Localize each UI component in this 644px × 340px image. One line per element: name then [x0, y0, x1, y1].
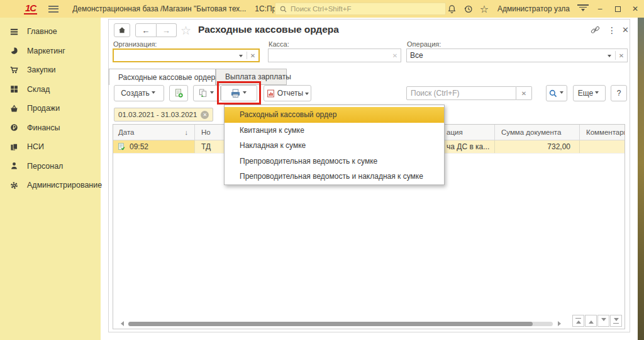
operation-dropdown-icon[interactable]	[604, 49, 615, 62]
sidebar-item-nsi[interactable]: НСИ	[0, 137, 101, 157]
favorite-star-icon[interactable]: ☆	[180, 23, 191, 38]
current-user[interactable]: Администратор узла	[497, 4, 570, 13]
favorites-star-icon[interactable]: ☆	[476, 2, 492, 16]
history-icon[interactable]	[460, 2, 476, 16]
notifications-bell-icon[interactable]	[443, 2, 460, 16]
column-header-label: Сумма документа	[501, 128, 561, 136]
print-button[interactable]	[221, 85, 257, 101]
go-to-top-button[interactable]	[572, 315, 584, 327]
sidebar-item-label: Персонал	[27, 162, 63, 171]
more-menu-kebab-icon[interactable]: ⋮	[608, 25, 616, 35]
cashdesk-input[interactable]	[269, 51, 389, 60]
menu-item-kvitanciya-k-sumke[interactable]: Квитанция к сумке	[225, 123, 444, 139]
posted-document-icon	[117, 142, 126, 151]
close-form-icon[interactable]: ✕	[622, 25, 629, 35]
reports-button[interactable]: Отчеты	[264, 85, 311, 101]
books-icon	[9, 142, 19, 152]
go-to-bottom-button[interactable]	[610, 315, 622, 327]
tab-strip: Расходные кассовые ордера Выплата зарпла…	[109, 69, 287, 85]
grid-icon	[9, 84, 19, 94]
ruble-icon	[9, 123, 19, 132]
scroll-right-icon[interactable]	[558, 321, 564, 326]
horizontal-scrollbar[interactable]	[113, 319, 625, 329]
sidebar-item-label: Склад	[27, 85, 50, 94]
page-up-button[interactable]	[585, 315, 597, 327]
column-header-amount[interactable]: Сумма документа	[495, 125, 580, 140]
list-search-clear-button[interactable]: ✕	[516, 86, 532, 100]
sidebar-item-sklad[interactable]: Склад	[0, 80, 101, 99]
report-chart-icon	[266, 89, 275, 98]
operation-input[interactable]	[407, 51, 604, 60]
help-label: ?	[617, 89, 621, 98]
1c-logo: 1С	[24, 3, 37, 14]
minimize-button[interactable]: –	[591, 2, 609, 16]
print-dropdown-menu: Расходный кассовый ордер Квитанция к сум…	[224, 105, 445, 185]
menu-item-preprovoditelnaya-i-nakladnaya[interactable]: Препроводительная ведомость и накладная …	[225, 169, 444, 184]
close-window-button[interactable]: ✕	[626, 2, 644, 16]
print-icon	[230, 88, 241, 99]
menu-item-nakladnaya-k-sumke[interactable]: Накладная к сумке	[225, 138, 444, 154]
global-search-input[interactable]: Поиск Ctrl+Shift+F	[275, 3, 446, 15]
sort-descending-icon[interactable]: ↓	[185, 128, 189, 136]
column-header-comment[interactable]: Комментари	[580, 125, 625, 140]
more-actions-button[interactable]: Еще	[573, 85, 606, 101]
list-navigation-buttons	[572, 315, 622, 327]
reports-button-label: Отчеты	[277, 89, 303, 98]
tab-vyplata-zarplaty[interactable]: Выплата зарплаты	[216, 69, 287, 85]
get-link-icon[interactable]	[591, 25, 600, 37]
operation-field[interactable]: ✕	[406, 48, 628, 62]
sidebar-item-marketing[interactable]: Маркетинг	[0, 42, 101, 61]
sidebar-item-label: НСИ	[27, 142, 44, 151]
organization-input[interactable]	[114, 51, 235, 60]
sidebar-item-administrirovanie[interactable]: Администрирование	[0, 176, 101, 195]
organization-dropdown-icon[interactable]	[235, 50, 247, 61]
advanced-search-button[interactable]	[546, 85, 567, 101]
copy-document-button[interactable]	[193, 85, 221, 101]
cart-icon	[9, 65, 19, 75]
create-new-document-button[interactable]	[169, 85, 188, 101]
sidebar-item-glavnoe[interactable]: Главное	[0, 22, 101, 42]
help-button[interactable]: ?	[611, 85, 627, 101]
tab-rashodnye-ordera[interactable]: Расходные кассовые ордера	[109, 69, 216, 85]
database-title: Демонстрационная база /Магазин "Бытовая …	[72, 4, 246, 13]
sections-icon	[9, 27, 19, 37]
cell-amount: 732,00	[547, 142, 579, 151]
menu-item-preprovoditelnaya-vedomost[interactable]: Препроводительная ведомость к сумке	[225, 154, 444, 169]
sidebar-item-label: Главное	[27, 27, 57, 36]
remove-period-filter-icon[interactable]: ✕	[201, 111, 209, 119]
sidebar-item-label: Администрирование	[27, 181, 102, 190]
list-search-input[interactable]	[407, 89, 516, 98]
column-header-label: Дата	[118, 128, 134, 136]
sidebar-item-personal[interactable]: Персонал	[0, 157, 101, 176]
service-menu-icon[interactable]	[575, 2, 591, 16]
forward-button[interactable]: →	[157, 23, 177, 37]
cell-date: 09:52	[130, 142, 148, 151]
maximize-button[interactable]	[609, 2, 626, 16]
search-icon	[548, 89, 558, 98]
organization-field[interactable]: ✕	[113, 48, 260, 62]
scroll-left-icon[interactable]	[118, 321, 124, 326]
home-button[interactable]	[114, 23, 130, 37]
cashdesk-clear-icon[interactable]: ✕	[389, 49, 401, 62]
operation-clear-icon[interactable]: ✕	[616, 49, 627, 62]
sidebar-item-zakupki[interactable]: Закупки	[0, 60, 101, 80]
list-search-field[interactable]	[406, 86, 516, 100]
page-down-button[interactable]	[597, 315, 609, 327]
sidebar-item-finansy[interactable]: Финансы	[0, 118, 101, 138]
sidebar-item-prodazhi[interactable]: Продажи	[0, 99, 101, 118]
column-header-date[interactable]: Дата ↓	[113, 125, 195, 140]
organization-clear-icon[interactable]: ✕	[247, 50, 258, 61]
cashdesk-field[interactable]: ✕	[268, 48, 401, 62]
pie-chart-icon	[9, 46, 19, 55]
scrollbar-thumb[interactable]	[128, 322, 533, 326]
menu-item-rashodny-kassovy-order[interactable]: Расходный кассовый ордер	[225, 107, 444, 123]
cell-number: ТД	[201, 142, 211, 151]
scrollbar-track[interactable]	[128, 322, 553, 326]
sections-sidebar: Главное Маркетинг Закупки Склад Продажи …	[0, 18, 101, 340]
create-button[interactable]: Создать	[114, 85, 164, 101]
global-search-placeholder: Поиск Ctrl+Shift+F	[291, 5, 351, 13]
back-button[interactable]: ←	[135, 23, 157, 37]
period-filter-chip[interactable]: 01.03.2021 - 31.03.2021 ✕	[114, 108, 213, 122]
app-window: 1С Демонстрационная база /Магазин "Бытов…	[0, 0, 644, 340]
main-menu-icon[interactable]	[48, 6, 58, 13]
